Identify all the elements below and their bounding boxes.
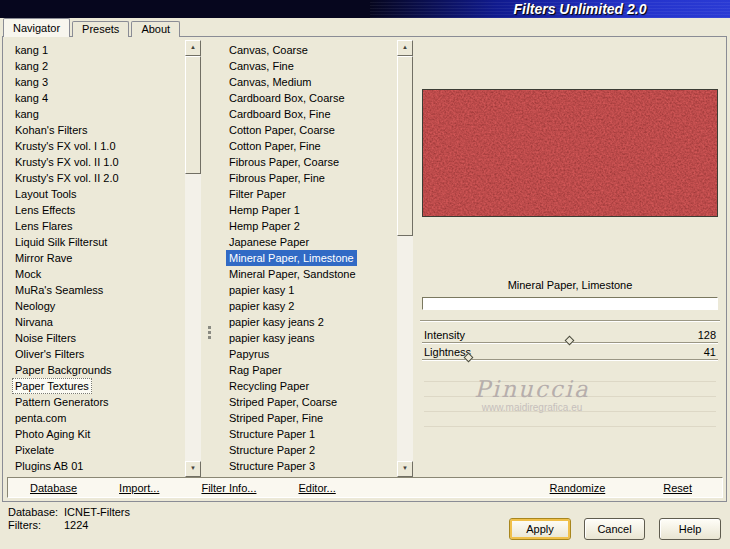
app-title: Filters Unlimited 2.0 xyxy=(513,1,646,17)
category-list-item[interactable]: kang 2 xyxy=(12,58,51,74)
database-status-label: Database: xyxy=(8,506,58,518)
filter-list-item[interactable]: Canvas, Medium xyxy=(226,74,315,90)
watermark-name: Pinuccia xyxy=(432,376,632,402)
category-list-item[interactable]: Paper Textures xyxy=(12,378,92,394)
filter-list-item[interactable]: Papyrus xyxy=(226,346,272,362)
filter-scrollbar[interactable]: ▲ ▼ xyxy=(397,40,413,477)
filter-list-item[interactable]: Structure Paper 1 xyxy=(226,426,318,442)
category-list-item[interactable]: Kohan's Filters xyxy=(12,122,90,138)
filter-list-item[interactable]: Fibrous Paper, Coarse xyxy=(226,154,342,170)
category-list-item[interactable]: Liquid Silk Filtersut xyxy=(12,234,110,250)
watermark-url: www.maidiregrafica.eu xyxy=(432,402,632,413)
category-list-item[interactable]: kang xyxy=(12,106,42,122)
filter-info-button[interactable]: Filter Info... xyxy=(201,482,256,494)
filter-list-item[interactable]: Striped Paper, Coarse xyxy=(226,394,340,410)
scroll-up-arrow-icon[interactable]: ▲ xyxy=(397,40,413,56)
category-list-item[interactable]: Noise Filters xyxy=(12,330,79,346)
category-list-item[interactable]: Mock xyxy=(12,266,44,282)
filter-list-item[interactable]: Canvas, Coarse xyxy=(226,42,311,58)
category-list-item[interactable]: kang 1 xyxy=(12,42,51,58)
filter-list-item[interactable]: Filter Paper xyxy=(226,186,289,202)
category-list-item[interactable]: Pattern Generators xyxy=(12,394,112,410)
category-list-item[interactable]: Lens Flares xyxy=(12,218,75,234)
filter-list-item[interactable]: papier kasy 1 xyxy=(226,282,297,298)
database-status-value: ICNET-Filters xyxy=(64,506,130,518)
category-scrollbar[interactable]: ▲ ▼ xyxy=(185,40,201,477)
banner: Filters Unlimited 2.0 xyxy=(370,0,730,18)
category-list-item[interactable]: MuRa's Seamless xyxy=(12,282,106,298)
help-button[interactable]: Help xyxy=(659,518,721,540)
watermark: Pinuccia www.maidiregrafica.eu xyxy=(432,376,632,413)
slider-label: Intensity xyxy=(424,329,465,341)
tab-presets[interactable]: Presets xyxy=(72,21,129,37)
category-list-item[interactable]: Paper Backgrounds xyxy=(12,362,115,378)
filter-list-item[interactable]: papier kasy jeans xyxy=(226,330,318,346)
progress-bar xyxy=(422,297,718,310)
filter-list-item[interactable]: Cardboard Box, Fine xyxy=(226,106,334,122)
divider-line xyxy=(424,426,716,427)
scroll-up-arrow-icon[interactable]: ▲ xyxy=(185,40,201,56)
filter-list-item[interactable]: Fibrous Paper, Fine xyxy=(226,170,328,186)
scroll-down-arrow-icon[interactable]: ▼ xyxy=(397,461,413,477)
category-list-item[interactable]: Krusty's FX vol. II 1.0 xyxy=(12,154,122,170)
category-list-item[interactable]: kang 4 xyxy=(12,90,51,106)
filter-list-item[interactable]: Cardboard Box, Coarse xyxy=(226,90,348,106)
divider xyxy=(420,320,720,322)
reset-button[interactable]: Reset xyxy=(663,482,692,494)
toolbar: Database Import... Filter Info... Editor… xyxy=(7,477,723,498)
filter-list-item[interactable]: Rag Paper xyxy=(226,362,285,378)
filter-list-item[interactable]: Hemp Paper 1 xyxy=(226,202,303,218)
filter-list-item[interactable]: papier kasy 2 xyxy=(226,298,297,314)
filter-list-item[interactable]: Mineral Paper, Limestone xyxy=(226,250,357,266)
filters-unlimited-dialog: Filters Unlimited 2.0 Navigator Presets … xyxy=(0,0,730,549)
filter-list-item[interactable]: Structure Paper 2 xyxy=(226,442,318,458)
category-list-item[interactable]: Mirror Rave xyxy=(12,250,75,266)
category-list-item[interactable]: Krusty's FX vol. I 1.0 xyxy=(12,138,119,154)
toolbar-right-group: Randomize Reset xyxy=(550,482,692,494)
apply-button[interactable]: Apply xyxy=(509,518,571,540)
category-list-item[interactable]: Oliver's Filters xyxy=(12,346,87,362)
category-list-item[interactable]: Krusty's FX vol. II 2.0 xyxy=(12,170,122,186)
filter-list-item[interactable]: papier kasy jeans 2 xyxy=(226,314,327,330)
database-button[interactable]: Database xyxy=(30,482,77,494)
filters-count-label: Filters: xyxy=(8,519,41,531)
category-list-item[interactable]: Layout Tools xyxy=(12,186,80,202)
category-list: kang 1kang 2kang 3kang 4kangKohan's Filt… xyxy=(8,40,185,477)
intensity-slider-row: Intensity 128 xyxy=(422,329,718,345)
filter-preview-image xyxy=(422,89,718,217)
lightness-slider-row: Lightness 41 xyxy=(422,346,718,362)
category-list-item[interactable]: Neology xyxy=(12,298,58,314)
category-list-item[interactable]: penta.com xyxy=(12,410,69,426)
scrollbar-thumb[interactable] xyxy=(185,56,201,174)
scrollbar-thumb[interactable] xyxy=(397,56,413,236)
category-list-item[interactable]: kang 3 xyxy=(12,74,51,90)
filter-list-item[interactable]: Recycling Paper xyxy=(226,378,312,394)
category-list-item[interactable]: Lens Effects xyxy=(12,202,78,218)
filter-list-item[interactable]: Cotton Paper, Coarse xyxy=(226,122,338,138)
filter-list-item[interactable]: Mineral Paper, Sandstone xyxy=(226,266,359,282)
editor-button[interactable]: Editor... xyxy=(298,482,335,494)
category-list-item[interactable]: Nirvana xyxy=(12,314,56,330)
filter-list-item[interactable]: Hemp Paper 2 xyxy=(226,218,303,234)
filter-list-item[interactable]: Cotton Paper, Fine xyxy=(226,138,324,154)
scroll-down-arrow-icon[interactable]: ▼ xyxy=(185,461,201,477)
tab-navigator[interactable]: Navigator xyxy=(3,18,70,37)
filter-list-item[interactable]: Japanese Paper xyxy=(226,234,312,250)
filter-list-item[interactable]: Striped Paper, Fine xyxy=(226,410,326,426)
cancel-button[interactable]: Cancel xyxy=(584,518,645,540)
list-splitter-grip[interactable] xyxy=(208,326,211,329)
toolbar-left-group: Database Import... Filter Info... Editor… xyxy=(30,482,336,494)
category-list-item[interactable]: Plugins AB 01 xyxy=(12,458,87,474)
filter-list-item[interactable]: Canvas, Fine xyxy=(226,58,297,74)
category-list-item[interactable]: Photo Aging Kit xyxy=(12,426,93,442)
import-button[interactable]: Import... xyxy=(119,482,159,494)
slider-value: 128 xyxy=(698,329,716,341)
tab-strip: Navigator Presets About xyxy=(3,18,182,37)
randomize-button[interactable]: Randomize xyxy=(550,482,606,494)
slider-value: 41 xyxy=(704,346,716,358)
preview-caption: Mineral Paper, Limestone xyxy=(422,279,718,291)
filter-list: Canvas, CoarseCanvas, FineCanvas, Medium… xyxy=(214,40,397,477)
filter-list-item[interactable]: Structure Paper 3 xyxy=(226,458,318,474)
tab-about[interactable]: About xyxy=(131,21,180,37)
category-list-item[interactable]: Pixelate xyxy=(12,442,57,458)
